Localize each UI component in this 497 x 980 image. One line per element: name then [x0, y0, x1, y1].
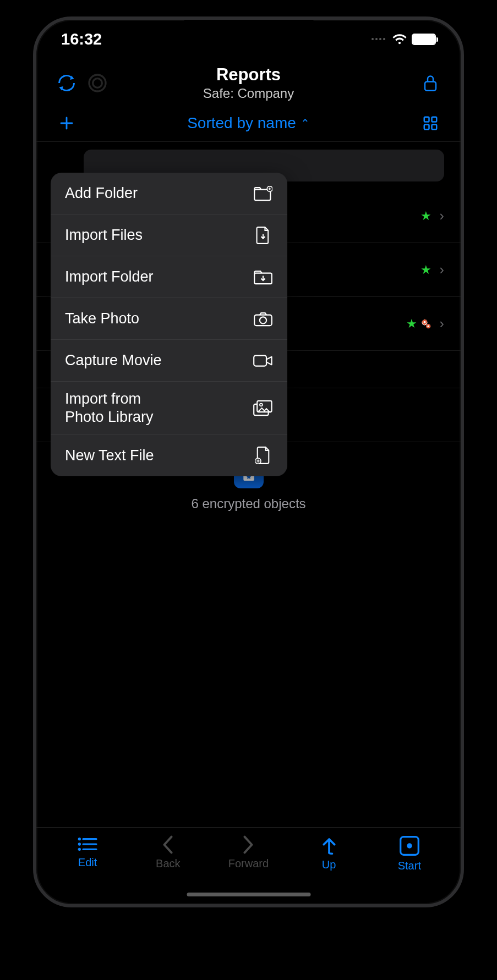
page-subtitle: Safe: Company: [113, 86, 384, 101]
svg-point-1: [93, 79, 102, 88]
chevron-right-icon: ›: [439, 261, 444, 278]
toolbar-label: Back: [156, 857, 180, 870]
svg-point-16: [260, 317, 266, 323]
add-button[interactable]: [53, 109, 80, 137]
toolbar-label: Up: [322, 858, 336, 871]
status-time: 16:32: [61, 30, 102, 48]
folder-import-icon: [253, 269, 273, 285]
phone-frame: 16:32 Reports Safe: Company: [33, 16, 464, 907]
menu-import-files[interactable]: Import Files: [51, 214, 287, 256]
sort-label: Sorted by name: [187, 114, 296, 132]
menu-capture-movie[interactable]: Capture Movie: [51, 340, 287, 382]
device-notch: [184, 20, 313, 43]
camera-icon: [253, 311, 273, 327]
grid-view-button[interactable]: [417, 109, 444, 137]
file-import-icon: [253, 227, 273, 244]
summary-text: 6 encrypted objects: [191, 496, 305, 511]
wifi-icon: [392, 34, 407, 45]
menu-label: Add Folder: [65, 184, 138, 202]
menu-label: New Text File: [65, 447, 154, 464]
svg-rect-4: [432, 117, 437, 122]
sync-button[interactable]: [53, 69, 80, 97]
svg-point-0: [89, 75, 106, 91]
menu-label: Capture Movie: [65, 351, 162, 369]
target-icon: [84, 69, 111, 97]
menu-label: Import Files: [65, 226, 143, 244]
home-indicator[interactable]: [187, 893, 310, 896]
menu-import-photo-library[interactable]: Import from Photo Library: [51, 382, 287, 434]
svg-rect-2: [425, 82, 436, 91]
svg-point-24: [78, 848, 81, 851]
toolbar-edit[interactable]: Edit: [60, 835, 115, 869]
menu-label: Take Photo: [65, 310, 139, 327]
svg-rect-17: [254, 355, 266, 366]
video-icon: [253, 354, 273, 367]
folder-plus-icon: [253, 186, 273, 201]
menu-label: Import Folder: [65, 268, 154, 285]
nav-bar: Reports Safe: Company: [36, 58, 461, 108]
toolbar-label: Forward: [228, 857, 269, 870]
menu-take-photo[interactable]: Take Photo: [51, 298, 287, 340]
svg-rect-3: [424, 117, 429, 122]
sort-row: Sorted by name ⌃: [36, 108, 461, 138]
photos-icon: [253, 400, 273, 416]
svg-point-10: [428, 325, 429, 327]
menu-add-folder[interactable]: Add Folder: [51, 173, 287, 214]
sync-gear-icon: [420, 318, 432, 329]
svg-point-22: [78, 838, 81, 840]
menu-label: Import from Photo Library: [65, 390, 154, 426]
favorite-star-icon: ★: [420, 263, 432, 277]
toolbar-back: Back: [140, 835, 195, 870]
chevron-up-icon: ⌃: [301, 117, 310, 130]
sort-control[interactable]: Sorted by name ⌃: [80, 114, 417, 132]
menu-import-folder[interactable]: Import Folder: [51, 256, 287, 298]
file-new-icon: [253, 447, 273, 464]
chevron-right-icon: ›: [439, 315, 444, 332]
svg-point-23: [78, 843, 81, 845]
svg-point-26: [407, 843, 412, 849]
page-title: Reports: [113, 65, 384, 85]
favorite-star-icon: ★: [406, 317, 417, 331]
chevron-right-icon: ›: [439, 207, 444, 224]
toolbar-label: Start: [398, 860, 421, 872]
svg-rect-5: [424, 124, 429, 129]
lock-button[interactable]: [417, 69, 444, 97]
cellular-dots-icon: [372, 38, 385, 40]
menu-new-text-file[interactable]: New Text File: [51, 434, 287, 476]
toolbar-forward: Forward: [221, 835, 276, 870]
add-menu-popover: Add Folder Import Files Import Folder Ta…: [51, 173, 287, 476]
svg-rect-6: [432, 124, 437, 129]
toolbar-up[interactable]: Up: [302, 835, 357, 871]
toolbar-start[interactable]: Start: [382, 835, 437, 872]
toolbar-label: Edit: [78, 856, 97, 869]
svg-point-8: [424, 321, 426, 323]
favorite-star-icon: ★: [420, 209, 432, 223]
battery-icon: [412, 34, 436, 45]
